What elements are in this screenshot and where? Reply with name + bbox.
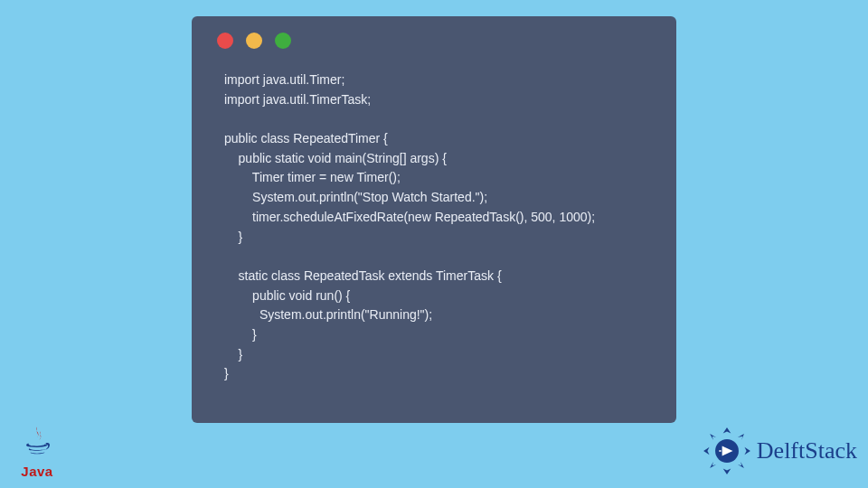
code-window: import java.util.Timer; import java.util… <box>192 16 676 423</box>
code-block: import java.util.Timer; import java.util… <box>212 70 656 384</box>
svg-marker-0 <box>722 427 731 433</box>
svg-marker-2 <box>722 468 731 474</box>
close-icon[interactable] <box>217 33 233 49</box>
delftstack-label: DelftStack <box>757 437 857 465</box>
svg-marker-7 <box>710 434 716 440</box>
window-titlebar <box>212 33 656 49</box>
svg-marker-3 <box>703 447 709 455</box>
minimize-icon[interactable] <box>246 33 262 49</box>
maximize-icon[interactable] <box>275 33 291 49</box>
svg-marker-1 <box>744 447 750 455</box>
svg-marker-4 <box>738 434 744 440</box>
java-cup-icon <box>20 424 54 458</box>
java-logo: Java <box>9 424 65 479</box>
delftstack-logo: DelftStack <box>703 427 857 475</box>
svg-marker-5 <box>738 462 744 468</box>
java-label: Java <box>9 464 65 479</box>
svg-marker-6 <box>710 462 716 468</box>
delftstack-seal-icon <box>703 427 751 475</box>
